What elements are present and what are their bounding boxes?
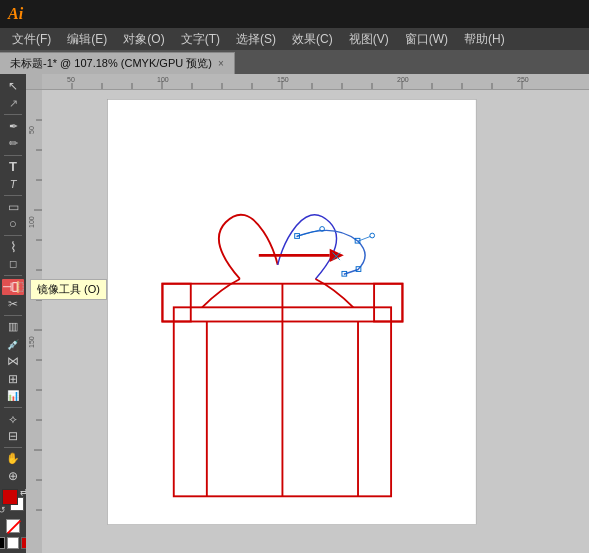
document-tab[interactable]: 未标题-1* @ 107.18% (CMYK/GPU 预览) × [0, 52, 235, 74]
tool-zoom[interactable] [2, 468, 24, 484]
toolbar-separator-3 [4, 195, 22, 196]
svg-text:250: 250 [517, 76, 529, 83]
tool-shaper[interactable] [2, 411, 24, 427]
svg-text:200: 200 [397, 76, 409, 83]
canvas-content[interactable] [42, 90, 589, 553]
menu-select[interactable]: 选择(S) [228, 29, 284, 50]
svg-text:50: 50 [67, 76, 75, 83]
app-logo: Ai [8, 5, 23, 23]
svg-text:100: 100 [28, 216, 35, 228]
tool-gradient[interactable] [2, 319, 24, 335]
toolbar-separator-1 [4, 114, 22, 115]
svg-rect-1 [19, 283, 23, 292]
menu-file[interactable]: 文件(F) [4, 29, 59, 50]
svg-text:100: 100 [157, 76, 169, 83]
menu-object[interactable]: 对象(O) [115, 29, 172, 50]
tool-rect[interactable] [2, 198, 24, 214]
menu-help[interactable]: 帮助(H) [456, 29, 513, 50]
toolbar-separator-2 [4, 155, 22, 156]
tab-bar: 未标题-1* @ 107.18% (CMYK/GPU 预览) × [0, 50, 589, 74]
svg-text:150: 150 [28, 336, 35, 348]
tool-direct-selection[interactable] [2, 95, 24, 111]
swatch-black[interactable] [0, 537, 5, 549]
svg-rect-25 [26, 90, 42, 553]
menu-view[interactable]: 视图(V) [341, 29, 397, 50]
ruler-h-ticks: 50 100 150 200 250 [42, 74, 589, 89]
tool-eraser[interactable] [2, 256, 24, 272]
left-toolbar: 镜像工具 (O) ⇄ ↺ [0, 74, 26, 553]
toolbar-separator-5 [4, 275, 22, 276]
ruler-v-ticks: 50 100 150 [26, 90, 42, 553]
illustration-canvas[interactable] [42, 90, 589, 553]
none-color-box[interactable] [6, 519, 20, 533]
color-boxes: ⇄ ↺ [2, 489, 24, 511]
toolbar-separator-4 [4, 235, 22, 236]
toolbar-separator-6 [4, 315, 22, 316]
menu-effect[interactable]: 效果(C) [284, 29, 341, 50]
svg-text:150: 150 [277, 76, 289, 83]
toolbar-separator-8 [4, 447, 22, 448]
tool-hand[interactable] [2, 451, 24, 467]
canvas-area[interactable]: 50 100 150 200 250 [26, 74, 589, 553]
menu-bar: 文件(F) 编辑(E) 对象(O) 文字(T) 选择(S) 效果(C) 视图(V… [0, 28, 589, 50]
tool-scissors[interactable] [2, 296, 24, 312]
tab-close-button[interactable]: × [218, 58, 224, 69]
tool-pen[interactable] [2, 118, 24, 134]
tool-chart[interactable] [2, 388, 24, 404]
toolbar-separator-7 [4, 407, 22, 408]
svg-rect-3 [42, 74, 589, 89]
tool-mesh[interactable] [2, 370, 24, 386]
tool-mirror[interactable]: 镜像工具 (O) [2, 279, 24, 295]
foreground-color[interactable] [2, 489, 18, 505]
main-layout: 镜像工具 (O) ⇄ ↺ [0, 74, 589, 553]
tool-type[interactable] [2, 158, 24, 174]
tool-selection[interactable] [2, 78, 24, 94]
menu-text[interactable]: 文字(T) [173, 29, 228, 50]
tool-pen2[interactable] [2, 135, 24, 151]
menu-edit[interactable]: 编辑(E) [59, 29, 115, 50]
tab-label: 未标题-1* @ 107.18% (CMYK/GPU 预览) [10, 56, 212, 71]
svg-text:50: 50 [28, 126, 35, 134]
reset-colors-icon[interactable]: ↺ [0, 505, 6, 515]
title-bar: Ai [0, 0, 589, 28]
menu-window[interactable]: 窗口(W) [397, 29, 456, 50]
tool-brush[interactable] [2, 239, 24, 255]
tool-blend[interactable] [2, 353, 24, 369]
svg-rect-0 [13, 283, 17, 292]
tool-eyedrop[interactable] [2, 336, 24, 352]
tool-type-vertical[interactable] [2, 175, 24, 191]
tool-artboard[interactable] [2, 428, 24, 444]
mirror-icon [12, 280, 24, 294]
ruler-horizontal: 50 100 150 200 250 [26, 74, 589, 90]
swatch-white[interactable] [7, 537, 19, 549]
tool-ellipse[interactable] [2, 216, 24, 232]
ruler-vertical: 50 100 150 [26, 90, 42, 553]
